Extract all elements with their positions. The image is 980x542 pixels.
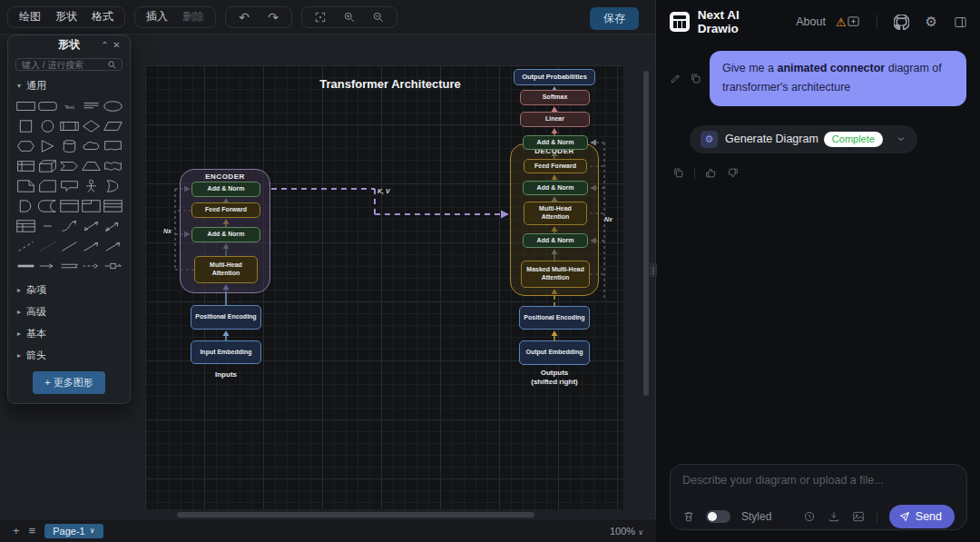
shape-section-1[interactable]: ▸杂项 xyxy=(8,277,130,299)
section-general[interactable]: ▾通用 xyxy=(8,73,130,94)
download-icon[interactable] xyxy=(828,510,840,523)
shape-triangle[interactable] xyxy=(36,137,58,154)
shape-internal-storage[interactable] xyxy=(15,157,36,174)
tool-call-row: ⚙ Generate Diagram Complete xyxy=(690,125,967,153)
collapse-icon[interactable]: ⌃ xyxy=(99,40,111,50)
shape-thin-line[interactable] xyxy=(58,237,80,254)
shape-search-input[interactable] xyxy=(16,60,107,70)
shape-dashed-edge[interactable] xyxy=(80,257,102,274)
node-dec-feed-forward[interactable]: Feed Forward xyxy=(524,159,587,173)
shape-table[interactable] xyxy=(15,217,36,234)
node-dec-multi-head-attention[interactable]: Multi-Head Attention xyxy=(524,202,587,225)
canvas-horizontal-scrollbar[interactable] xyxy=(177,512,534,517)
pages-menu-icon[interactable]: ≡ xyxy=(29,524,36,537)
shapes-panel-header: 形状 ⌃ ✕ xyxy=(8,35,130,53)
shape-step[interactable] xyxy=(58,157,80,174)
shape-double-arrow-edge[interactable] xyxy=(58,257,80,274)
shape-curve[interactable] xyxy=(58,217,80,234)
shape-document[interactable] xyxy=(102,137,123,154)
chat-input[interactable] xyxy=(682,474,955,496)
shape-data-storage[interactable] xyxy=(36,197,58,214)
shape-diamond[interactable] xyxy=(80,117,102,134)
shape-callout[interactable] xyxy=(58,177,80,194)
node-enc-feed-forward[interactable]: Feed Forward xyxy=(191,202,260,218)
thumbs-up-icon[interactable] xyxy=(705,167,717,179)
add-page-icon[interactable]: + xyxy=(13,524,20,537)
shape-actor[interactable] xyxy=(80,177,102,194)
clear-chat-icon[interactable] xyxy=(682,510,695,523)
node-output-embedding[interactable]: Output Embedding xyxy=(519,340,590,365)
shape-frame[interactable] xyxy=(80,197,102,214)
shape-cloud[interactable] xyxy=(80,137,102,154)
shape-thick-link[interactable] xyxy=(15,257,36,274)
node-enc-add-norm-1[interactable]: Add & Norm xyxy=(191,227,260,242)
settings-gear-icon[interactable]: ⚙ xyxy=(926,14,937,30)
node-dec-positional-encoding[interactable]: Positional Encoding xyxy=(519,306,590,330)
shape-rounded-rectangle[interactable] xyxy=(36,97,58,114)
node-masked-multi-head-attention[interactable]: Masked Multi-Head Attention xyxy=(521,261,590,288)
shape-labeled-edge[interactable] xyxy=(102,257,123,274)
shape-hexagon[interactable] xyxy=(15,137,36,154)
about-link[interactable]: About xyxy=(796,15,826,28)
shape-link-arrow[interactable] xyxy=(102,237,123,254)
shape-tape[interactable] xyxy=(102,157,123,174)
history-icon[interactable] xyxy=(803,510,816,523)
shape-square[interactable] xyxy=(15,117,36,134)
node-enc-multi-head-attention[interactable]: Multi-Head Attention xyxy=(194,256,258,283)
shape-dotted-line[interactable] xyxy=(36,237,58,254)
shape-rectangle[interactable] xyxy=(15,97,36,114)
shape-cube[interactable] xyxy=(36,157,58,174)
node-enc-positional-encoding[interactable]: Positional Encoding xyxy=(191,305,261,330)
shape-textbox[interactable] xyxy=(80,97,102,114)
shape-list[interactable] xyxy=(102,197,123,214)
node-input-embedding[interactable]: Input Embedding xyxy=(191,340,261,364)
node-enc-add-norm-2[interactable]: Add & Norm xyxy=(191,182,260,197)
shape-section-3[interactable]: ▸基本 xyxy=(8,320,130,342)
node-output-probabilities[interactable]: Output Probabilities xyxy=(514,69,595,85)
shape-card[interactable] xyxy=(36,177,58,194)
image-upload-icon[interactable] xyxy=(852,510,865,523)
shape-arrow[interactable] xyxy=(102,217,123,234)
shape-or[interactable] xyxy=(102,177,123,194)
shape-section-4[interactable]: ▸箭头 xyxy=(8,342,130,364)
shape-section-2[interactable]: ▸高级 xyxy=(8,299,130,320)
warning-icon[interactable]: ⚠ xyxy=(836,15,847,29)
shape-trapezoid[interactable] xyxy=(80,157,102,174)
node-dec-add-norm-3[interactable]: Add & Norm xyxy=(523,135,588,150)
shape-arrow-edge[interactable] xyxy=(36,257,58,274)
styled-toggle[interactable] xyxy=(706,510,730,523)
shape-text[interactable]: Text xyxy=(58,97,80,114)
shape-parallelogram[interactable] xyxy=(102,117,123,134)
github-icon[interactable] xyxy=(894,15,909,30)
shape-directional-connector[interactable] xyxy=(80,237,102,254)
feedback-icon[interactable] xyxy=(847,15,860,29)
node-linear[interactable]: Linear xyxy=(520,112,590,127)
close-icon[interactable]: ✕ xyxy=(111,40,122,50)
shape-cylinder[interactable] xyxy=(58,137,80,154)
page-tab[interactable]: Page-1∨ xyxy=(44,524,103,538)
shape-bidirectional-arrow[interactable] xyxy=(80,217,102,234)
node-dec-add-norm-2[interactable]: Add & Norm xyxy=(523,181,588,195)
shape-link[interactable] xyxy=(36,217,58,234)
shape-container[interactable] xyxy=(58,197,80,214)
shape-ellipse[interactable] xyxy=(102,97,123,114)
zoom-level-dropdown[interactable]: 100% ∨ xyxy=(610,526,643,537)
shape-dashed-line[interactable] xyxy=(15,237,36,254)
node-dec-add-norm-1[interactable]: Add & Norm xyxy=(523,233,588,248)
generate-diagram-pill[interactable]: ⚙ Generate Diagram Complete xyxy=(690,125,917,153)
thumbs-down-icon[interactable] xyxy=(727,167,739,179)
send-button[interactable]: Send xyxy=(889,505,955,528)
canvas-vertical-scrollbar[interactable] xyxy=(643,71,649,396)
copy-response-icon[interactable] xyxy=(672,167,684,179)
shape-note[interactable] xyxy=(15,177,36,194)
panel-resize-handle[interactable] xyxy=(650,263,657,277)
collapse-panel-icon[interactable] xyxy=(954,15,967,29)
copy-message-icon[interactable] xyxy=(690,73,701,84)
shape-and[interactable] xyxy=(15,197,36,214)
shape-process[interactable] xyxy=(58,117,80,134)
more-shapes-button[interactable]: + 更多图形 xyxy=(33,371,104,394)
shape-circle[interactable] xyxy=(36,117,58,134)
edit-message-icon[interactable] xyxy=(670,73,681,84)
chevron-down-icon[interactable] xyxy=(896,133,906,144)
node-softmax[interactable]: Softmax xyxy=(520,90,590,105)
